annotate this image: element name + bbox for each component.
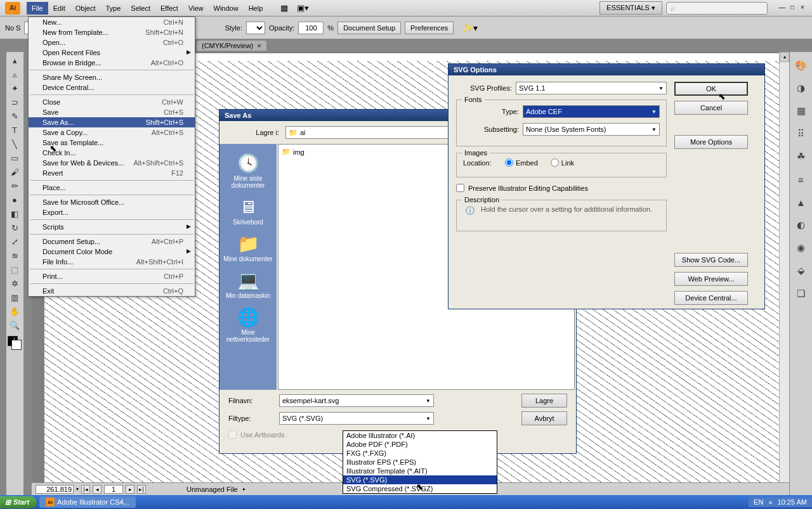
- vertical-scrollbar[interactable]: ▴: [779, 52, 789, 482]
- hand-tool-icon[interactable]: ✋: [6, 304, 23, 318]
- menu-item-close[interactable]: CloseCtrl+W: [29, 97, 195, 107]
- menu-item-exit[interactable]: ExitCtrl+Q: [29, 286, 195, 296]
- cancel-button[interactable]: Cancel: [674, 101, 748, 115]
- filetype-combo[interactable]: SVG (*.SVG)▼: [279, 412, 434, 425]
- menu-item-save[interactable]: SaveCtrl+S: [29, 107, 195, 117]
- menu-item-document-color-mode[interactable]: Document Color Mode▶: [29, 247, 195, 257]
- gradient-icon[interactable]: ▲: [794, 195, 808, 209]
- filename-input[interactable]: eksempel-kart.svg▼: [279, 394, 434, 407]
- filetype-option[interactable]: SVG Compressed (*.SVGZ): [343, 484, 497, 493]
- stroke-panel-icon[interactable]: ≡: [794, 172, 808, 186]
- start-button[interactable]: ⊞ Start: [0, 496, 37, 508]
- menu-item-file-info-[interactable]: File Info...Alt+Shift+Ctrl+I: [29, 257, 195, 267]
- language-indicator[interactable]: EN: [754, 498, 763, 506]
- font-type-combo[interactable]: Adobe CEF▼: [523, 105, 660, 118]
- filetype-option[interactable]: Illustrator Template (*.AIT): [343, 467, 497, 475]
- color-panel-icon[interactable]: 🎨: [794, 58, 808, 72]
- menu-edit[interactable]: Edit: [48, 2, 70, 15]
- rotate-tool-icon[interactable]: ↻: [6, 221, 23, 235]
- close-icon[interactable]: ×: [798, 4, 807, 13]
- scroll-up-icon[interactable]: ▴: [780, 52, 789, 62]
- filetype-option[interactable]: Adobe Illustrator (*.AI): [343, 431, 497, 440]
- menu-view[interactable]: View: [183, 2, 209, 15]
- maximize-icon[interactable]: □: [788, 4, 797, 13]
- symbol-sprayer-tool-icon[interactable]: ✲: [6, 276, 23, 290]
- selection-tool-icon[interactable]: ▴: [6, 53, 23, 67]
- style-select[interactable]: [246, 22, 265, 34]
- menu-item-document-setup-[interactable]: Document Setup...Alt+Ctrl+P: [29, 236, 195, 247]
- menu-window[interactable]: Window: [209, 2, 244, 15]
- zoom-input[interactable]: [36, 485, 74, 494]
- rectangle-tool-icon[interactable]: ▭: [6, 151, 23, 165]
- more-options-button[interactable]: More Options: [674, 135, 748, 149]
- place-mine-siste-dokumenter[interactable]: 🕓Mine siste dokumenter: [223, 150, 273, 191]
- lasso-tool-icon[interactable]: ⊃: [6, 95, 23, 109]
- prev-page-button[interactable]: ◂: [93, 485, 102, 494]
- menu-item-scripts[interactable]: Scripts▶: [29, 222, 195, 232]
- last-page-button[interactable]: ▸|: [137, 485, 146, 494]
- direct-selection-tool-icon[interactable]: ▵: [6, 67, 23, 81]
- magic-wand-tool-icon[interactable]: ✦: [6, 81, 23, 95]
- subsetting-combo[interactable]: None (Use System Fonts)▼: [523, 123, 660, 136]
- menu-item-save-a-copy-[interactable]: Save a Copy...Alt+Ctrl+S: [29, 127, 195, 138]
- menu-item-share-my-screen-[interactable]: Share My Screen...: [29, 72, 195, 82]
- tray-expand-icon[interactable]: «: [768, 498, 772, 506]
- symbols-icon[interactable]: ☘: [794, 150, 808, 164]
- blob-brush-tool-icon[interactable]: ●: [6, 193, 23, 207]
- zoom-tool-icon[interactable]: 🔍: [6, 318, 23, 332]
- layers-icon[interactable]: ❏: [794, 287, 808, 300]
- warp-tool-icon[interactable]: ≋: [6, 248, 23, 262]
- filetype-option[interactable]: SVG (*.SVG): [343, 475, 497, 484]
- eraser-tool-icon[interactable]: ◧: [6, 207, 23, 221]
- document-tab[interactable]: (CMYK/Preview) ×: [197, 41, 266, 51]
- menu-item-device-central-[interactable]: Device Central...: [29, 82, 195, 93]
- menu-effect[interactable]: Effect: [155, 2, 183, 15]
- document-setup-button[interactable]: Document Setup: [337, 22, 401, 34]
- menu-item-revert[interactable]: RevertF12: [29, 168, 195, 178]
- opacity-input[interactable]: [298, 22, 324, 34]
- menu-item-place-[interactable]: Place...: [29, 183, 195, 193]
- menu-item-save-for-microsoft-office-[interactable]: Save for Microsoft Office...: [29, 197, 195, 207]
- color-guide-icon[interactable]: ◑: [794, 81, 808, 95]
- menu-object[interactable]: Object: [70, 2, 101, 15]
- tab-close-icon[interactable]: ×: [257, 42, 261, 49]
- avbryt-button[interactable]: Avbryt: [521, 411, 567, 425]
- filetype-option[interactable]: Adobe PDF (*.PDF): [343, 440, 497, 449]
- line-tool-icon[interactable]: ╲: [6, 137, 23, 151]
- menu-item-new-[interactable]: New...Ctrl+N: [29, 17, 195, 27]
- brushes-icon[interactable]: ⠿: [794, 127, 808, 141]
- menu-item-save-as-[interactable]: Save As...Shift+Ctrl+S: [29, 117, 195, 127]
- page-input[interactable]: [104, 485, 123, 494]
- menu-select[interactable]: Select: [126, 2, 155, 15]
- next-page-button[interactable]: ▸: [126, 485, 134, 494]
- place-mine-nettverkssteder[interactable]: 🌐Mine nettverkssteder: [223, 304, 273, 345]
- web-preview-button[interactable]: Web Preview...: [674, 272, 748, 286]
- menu-item-save-as-template-[interactable]: Save as Template...: [29, 138, 195, 148]
- graphic-styles-icon[interactable]: ⬙: [794, 264, 808, 278]
- menu-file[interactable]: File: [27, 2, 48, 15]
- preserve-checkbox[interactable]: Preserve Illustrator Editing Capabilitie…: [456, 184, 667, 192]
- taskbar-app[interactable]: Ai Adobe Illustrator CS4...: [39, 496, 136, 508]
- system-tray[interactable]: EN « 10:25 AM: [749, 497, 812, 507]
- svg-profiles-combo[interactable]: SVG 1.1▼: [516, 82, 667, 94]
- menu-item-save-for-web-devices-[interactable]: Save for Web & Devices...Alt+Shift+Ctrl+…: [29, 158, 195, 168]
- first-page-button[interactable]: |◂: [81, 485, 90, 494]
- zoom-dropdown-icon[interactable]: ▾: [76, 486, 79, 492]
- menu-help[interactable]: Help: [244, 2, 268, 15]
- graph-tool-icon[interactable]: ▥: [6, 290, 23, 304]
- place-mine-dokumenter[interactable]: 📁Mine dokumenter: [223, 231, 273, 265]
- workspace-switcher[interactable]: ESSENTIALS ▾: [599, 1, 662, 15]
- type-tool-icon[interactable]: T: [6, 123, 23, 137]
- menu-item-print-[interactable]: Print...Ctrl+P: [29, 271, 195, 281]
- swatches-icon[interactable]: ▦: [794, 104, 808, 118]
- paintbrush-tool-icon[interactable]: 🖌: [6, 165, 23, 179]
- preferences-button[interactable]: Preferences: [405, 22, 454, 34]
- lagre-button[interactable]: Lagre: [521, 394, 567, 408]
- menu-item-browse-in-bridge-[interactable]: Browse in Bridge...Alt+Ctrl+O: [29, 58, 195, 68]
- menu-item-open-[interactable]: Open...Ctrl+O: [29, 37, 195, 48]
- appearance-icon[interactable]: ◉: [794, 241, 808, 255]
- status-arrow-icon[interactable]: ▸: [243, 486, 246, 492]
- wand-icon[interactable]: ✨▾: [462, 23, 478, 33]
- device-central-button[interactable]: Device Central...: [674, 291, 748, 305]
- filetype-option[interactable]: Illustrator EPS (*.EPS): [343, 458, 497, 467]
